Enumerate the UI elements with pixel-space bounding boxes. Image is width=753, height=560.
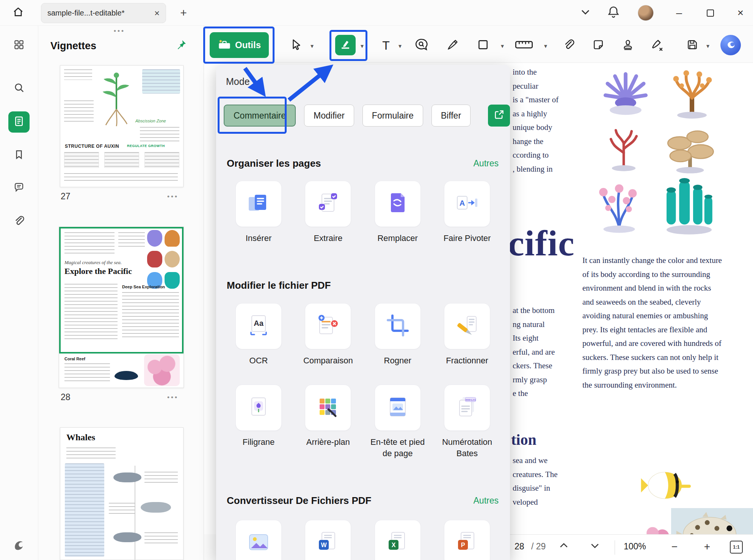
zoom-in-button[interactable]: + <box>699 538 715 555</box>
zoom-level[interactable]: 100% <box>624 541 646 552</box>
tool-filigrane[interactable]: Filigrane <box>226 385 291 459</box>
user-avatar[interactable] <box>638 5 654 21</box>
mode-formulaire-button[interactable]: Formulaire <box>362 105 423 127</box>
save-button[interactable] <box>682 36 702 55</box>
highlight-tool-button[interactable] <box>335 35 356 55</box>
tool-arriere-plan[interactable]: Arrière-plan <box>296 385 360 459</box>
pin-panel-button[interactable] <box>175 39 187 52</box>
open-external-button[interactable] <box>488 105 510 127</box>
doc-paragraph: It can instantly change the color and te… <box>582 253 723 392</box>
pen-tool-button[interactable] <box>443 36 463 55</box>
notifications-button[interactable] <box>607 5 620 20</box>
home-button[interactable] <box>8 4 28 22</box>
tool-remplacer[interactable]: Remplacer <box>366 181 430 244</box>
search-button[interactable] <box>8 78 30 99</box>
fit-page-button[interactable]: 1:1 <box>730 541 743 554</box>
signature-tool-button[interactable] <box>648 36 667 55</box>
thumb27-left-lines <box>64 100 94 122</box>
thumb28-fish-shape <box>115 371 138 380</box>
tool-faire-pivoter[interactable]: A Faire Pivoter <box>435 181 499 244</box>
ai-assistant-button[interactable] <box>720 35 741 55</box>
current-page-number[interactable]: 28 <box>515 541 524 552</box>
thumb28-top-mid-lines <box>118 232 145 247</box>
tool-label: OCR <box>249 355 268 366</box>
attach-tool-button[interactable] <box>559 36 579 55</box>
coral-red-branch-image <box>595 122 652 173</box>
tool-label: Rogner <box>384 355 411 366</box>
signature-icon <box>651 38 664 53</box>
section-convert-more-link[interactable]: Autres <box>474 496 499 506</box>
tool-convert-ppt[interactable]: P <box>435 520 499 560</box>
thumbnail-page-27[interactable]: Abscission Zone STRUCTURE OF AUXIN REGUL… <box>60 65 184 187</box>
coral-plate-image <box>658 121 722 175</box>
tab-close-icon[interactable]: × <box>154 9 160 18</box>
tool-convert-word[interactable]: W <box>296 520 360 560</box>
thumbnail-page-29[interactable]: Whales <box>60 427 184 560</box>
thumb27-right-lines <box>140 127 179 142</box>
rotate-pages-icon: A <box>455 191 479 217</box>
stamp-tool-button[interactable] <box>618 36 638 55</box>
section-edit-title: Modifier le fichier PDF <box>227 280 331 291</box>
page27-menu[interactable]: ••• <box>167 193 179 200</box>
mode-biffer-button[interactable]: Biffer <box>431 105 471 127</box>
tool-numerotation-bates[interactable]: 000123 Numérotation Bates <box>435 385 499 459</box>
search-icon <box>13 82 25 95</box>
measure-tool-button[interactable] <box>513 36 535 55</box>
tool-fractionner[interactable]: Fractionner <box>435 303 499 366</box>
new-tab-button[interactable]: + <box>175 5 192 21</box>
home-icon <box>12 6 24 20</box>
thumb27-text-lines <box>64 69 92 80</box>
tool-ocr[interactable]: Aa OCR <box>226 303 291 366</box>
bubble-search-icon <box>414 38 429 53</box>
apps-grid-button[interactable] <box>8 35 30 56</box>
zoom-out-button[interactable]: − <box>666 538 683 555</box>
comments-button[interactable] <box>8 177 30 199</box>
mode-commentaire-button[interactable]: Commentaire <box>224 105 296 127</box>
comment-search-button[interactable] <box>412 36 431 55</box>
bookmarks-button[interactable] <box>8 145 30 166</box>
document-tab[interactable]: sample-file...t-editable* × <box>41 3 166 23</box>
select-tool-chevron[interactable]: ▾ <box>308 39 316 52</box>
tool-extraire[interactable]: Extraire <box>296 181 360 244</box>
thumbnails-panel-button[interactable] <box>8 111 30 133</box>
maximize-button[interactable] <box>701 4 719 22</box>
select-tool-button[interactable] <box>287 36 306 55</box>
page-number-27: 27 <box>61 191 71 202</box>
measure-tool-chevron[interactable]: ▾ <box>541 39 550 52</box>
save-chevron[interactable]: ▾ <box>704 39 712 52</box>
cursor-icon <box>290 38 303 53</box>
word-convert-icon: W <box>316 530 340 556</box>
thumbnails-title: Vignettes <box>50 40 96 52</box>
next-page-button[interactable] <box>587 538 603 555</box>
mode-modifier-button[interactable]: Modifier <box>304 105 354 127</box>
page28-menu[interactable]: ••• <box>167 394 179 401</box>
tools-button[interactable]: Outils <box>210 32 269 58</box>
insert-pages-icon <box>246 191 271 217</box>
excel-letter: X <box>391 542 395 548</box>
shape-tool-chevron[interactable]: ▾ <box>498 39 507 52</box>
statusbar-divider <box>615 540 615 555</box>
tool-comparaison[interactable]: Comparaison <box>296 303 360 366</box>
section-organize-more-link[interactable]: Autres <box>474 158 499 169</box>
minimize-button[interactable]: – <box>670 4 688 22</box>
shape-tool-button[interactable] <box>473 36 493 55</box>
tool-rogner[interactable]: Rogner <box>366 303 430 366</box>
thumbnail-page-28[interactable]: Magical creatures of the sea. Explore th… <box>59 227 184 388</box>
attachments-button[interactable] <box>8 211 30 232</box>
close-window-button[interactable]: × <box>732 4 749 22</box>
titlebar-chevron-button[interactable] <box>579 5 592 20</box>
tools-button-label: Outils <box>235 40 261 50</box>
thumb28-top-left-lines <box>64 232 115 256</box>
tool-convert-excel[interactable]: X <box>366 520 430 560</box>
tool-inserer[interactable]: Insérer <box>226 181 291 244</box>
thumbnails-panel: ••• Vignettes Abscission Zone STRUCTURE … <box>38 26 204 560</box>
tool-convert-image[interactable] <box>226 520 291 560</box>
previous-page-button[interactable] <box>555 538 572 555</box>
highlight-tool-chevron[interactable]: ▾ <box>358 39 366 52</box>
tool-entete-pied[interactable]: En-tête et pied de page <box>366 385 430 459</box>
sticker-tool-button[interactable] <box>588 36 608 55</box>
text-tool-chevron[interactable]: ▾ <box>396 39 404 52</box>
thumb28-title: Explore the Pacific <box>64 266 132 276</box>
panel-drag-handle[interactable]: ••• <box>114 27 125 35</box>
text-tool-button[interactable]: T <box>376 36 396 55</box>
